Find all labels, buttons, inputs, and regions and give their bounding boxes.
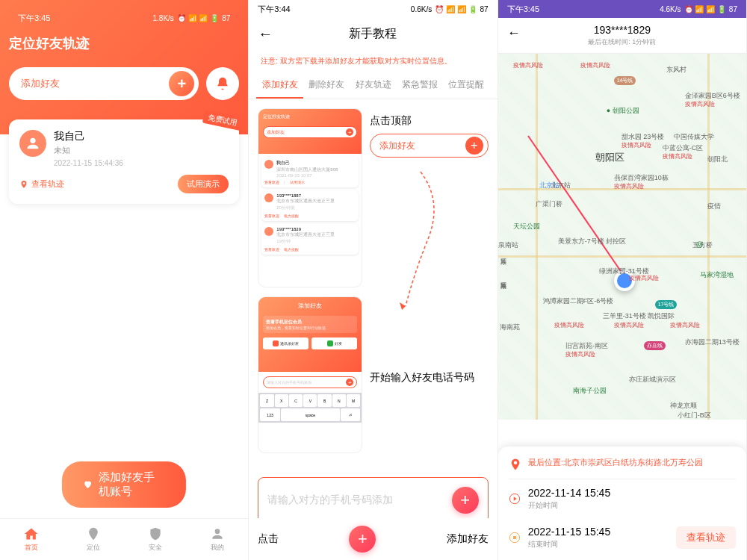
status-icons: 1.8K/s ⏰ 📶 📶 🔋 87: [153, 14, 231, 22]
nav-home[interactable]: 首页: [0, 519, 62, 560]
status-bar: 下午3:45 1.8K/s ⏰ 📶 📶 🔋 87: [9, 9, 239, 27]
tab-alert[interactable]: 紧急警报: [397, 72, 443, 99]
home-icon: [24, 526, 39, 541]
bell-icon: [215, 76, 230, 91]
header: ← 193****1829 最后在线时间: 1分钟前: [498, 18, 746, 54]
add-friend-button[interactable]: 添加好友手机账号: [62, 461, 186, 508]
search-placeholder: 添加好友: [21, 77, 60, 90]
status-bar: 下午3:45 4.6K/s ⏰ 📶 📶 🔋 87: [498, 0, 746, 18]
location-icon: [19, 180, 28, 189]
user-icon: [210, 526, 225, 541]
hint-title-2: 开始输入好友电话号码: [370, 371, 488, 385]
fab-add[interactable]: +: [349, 526, 376, 553]
map-view[interactable]: 朝阳区 北京站 北京站 天坛公园 广渠门桥 五方桥 疫情高风险 疫情高风险 金泽…: [498, 54, 746, 420]
screen-home: 下午3:45 1.8K/s ⏰ 📶 📶 🔋 87 定位好友轨迹 添加好友 + 免…: [0, 0, 249, 560]
status-icons: 0.6K/s ⏰ 📶 📶 🔋 87: [411, 5, 489, 13]
screen-tutorial: 下午3:44 0.6K/s ⏰ 📶 📶 🔋 87 ← 新手教程 注意: 双方需下…: [249, 0, 498, 560]
notice-text: 注意: 双方需下载并添加好友才能获取对方实时位置信息。: [249, 50, 497, 72]
start-time-row[interactable]: 2022-11-14 15:45 开始时间: [509, 479, 736, 518]
page-title: 定位好友轨迹: [9, 34, 239, 52]
tabs: 添加好友 删除好友 好友轨迹 紧急警报 位置提醒: [249, 72, 497, 99]
status-time: 下午3:44: [258, 4, 290, 15]
tutorial-arrow: [383, 164, 458, 314]
add-icon[interactable]: +: [169, 71, 194, 96]
demo-button[interactable]: 试用演示: [178, 175, 229, 193]
preview-screenshot-2: 添加好友 查看手机定位会员 添加会员，查看实时位置和行动轨迹 通讯录好友 好友 …: [258, 296, 362, 453]
card-actions: 查看轨迹 试用演示: [19, 175, 229, 193]
stop-icon: [509, 532, 521, 544]
info-panel: 最后位置:北京市崇武区白纸坊东街路北万寿公园 2022-11-14 15:45 …: [498, 447, 746, 560]
nav-mine[interactable]: 我的: [186, 519, 248, 560]
location-row: 最后位置:北京市崇武区白纸坊东街路北万寿公园: [509, 457, 736, 479]
svg-rect-2: [513, 536, 516, 539]
profile-name: 我自己: [54, 130, 229, 143]
hint-area-2: 开始输入好友电话号码: [370, 296, 488, 461]
hint-search-visual: 添加好友 +: [370, 134, 488, 158]
tab-add[interactable]: 添加好友: [256, 72, 303, 99]
screen-track-detail: 下午3:45 4.6K/s ⏰ 📶 📶 🔋 87 ← 193****1829 最…: [498, 0, 747, 560]
profile-info: 我自己 未知 2022-11-15 15:44:36: [54, 130, 229, 167]
bottom-nav: 首页 定位 安全 我的: [0, 518, 248, 560]
tab-remind[interactable]: 位置提醒: [443, 72, 489, 99]
notification-button[interactable]: [206, 67, 239, 100]
status-icons: 4.6K/s ⏰ 📶 📶 🔋 87: [660, 5, 737, 13]
bottom-hint: 点击 + 添加好友: [249, 518, 497, 560]
back-button[interactable]: ←: [258, 25, 273, 43]
tab-delete[interactable]: 删除好友: [303, 72, 350, 99]
pin-icon: [509, 458, 522, 471]
view-track-link[interactable]: 查看轨迹: [19, 178, 64, 190]
end-time-row[interactable]: 2022-11-15 15:45 结束时间 查看轨迹: [509, 518, 736, 550]
person-icon: [25, 135, 41, 152]
hint-title: 点击顶部: [370, 114, 488, 128]
add-icon: +: [465, 137, 483, 155]
status-bar: 下午3:44 0.6K/s ⏰ 📶 📶 🔋 87: [249, 0, 497, 18]
tutorial-step1: 定位好友轨迹 添加好友 + 我自己深圳市南山区国人通信大厦8082021-09-…: [249, 99, 497, 296]
play-icon: [509, 493, 521, 505]
location-text: 最后位置:北京市崇武区白纸坊东街路北万寿公园: [528, 457, 703, 468]
profile-row: 我自己 未知 2022-11-15 15:44:36: [19, 130, 229, 167]
add-button[interactable]: +: [452, 487, 479, 514]
preview-screenshot-1: 定位好友轨迹 添加好友 + 我自己深圳市南山区国人通信大厦8082021-09-…: [258, 108, 362, 287]
tab-track[interactable]: 好友轨迹: [350, 72, 396, 99]
shield-icon: [148, 526, 163, 541]
profile-status: 未知: [54, 145, 229, 156]
header: ← 新手教程: [249, 18, 497, 50]
tutorial-step2: 添加好友 查看手机定位会员 添加会员，查看实时位置和行动轨迹 通讯录好友 好友 …: [249, 296, 497, 470]
page-title: 新手教程: [273, 26, 473, 42]
phone-input[interactable]: 请输入对方的手机号码添加: [267, 494, 444, 507]
self-card: 免费试用 我自己 未知 2022-11-15 15:44:36 查看轨迹 试用演…: [9, 119, 239, 204]
avatar: [19, 130, 46, 157]
nav-safety[interactable]: 安全: [124, 519, 186, 560]
search-row: 添加好友 +: [9, 67, 239, 100]
status-time: 下午3:45: [507, 4, 539, 15]
back-button[interactable]: ←: [507, 25, 521, 41]
status-time: 下午3:45: [18, 13, 50, 24]
pin-icon: [86, 526, 101, 541]
last-online: 最后在线时间: 1分钟前: [504, 37, 740, 47]
heart-icon: [83, 478, 93, 491]
add-friend-search[interactable]: 添加好友 +: [9, 67, 199, 100]
profile-timestamp: 2022-11-15 15:44:36: [54, 159, 229, 167]
nav-location[interactable]: 定位: [62, 519, 124, 560]
phone-input-row: 请输入对方的手机号码添加 +: [258, 477, 488, 523]
view-track-button[interactable]: 查看轨迹: [676, 526, 736, 549]
phone-title: 193****1829: [504, 24, 740, 36]
